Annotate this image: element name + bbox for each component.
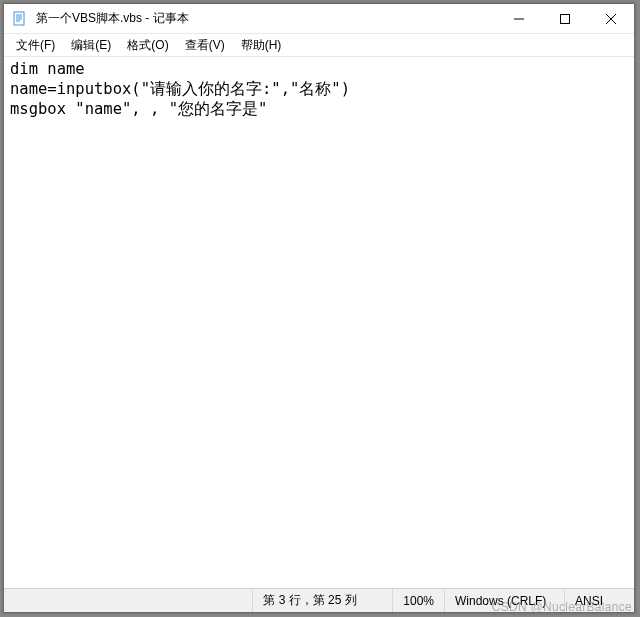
status-line-ending: Windows (CRLF) — [444, 589, 564, 612]
menu-file[interactable]: 文件(F) — [8, 35, 63, 56]
titlebar[interactable]: 第一个VBS脚本.vbs - 记事本 — [4, 4, 634, 34]
status-encoding: ANSI — [564, 589, 634, 612]
close-button[interactable] — [588, 4, 634, 33]
menu-format[interactable]: 格式(O) — [119, 35, 176, 56]
window-title: 第一个VBS脚本.vbs - 记事本 — [34, 10, 496, 27]
svg-rect-6 — [561, 14, 570, 23]
statusbar: 第 3 行，第 25 列 100% Windows (CRLF) ANSI — [4, 588, 634, 612]
app-icon — [12, 11, 28, 27]
menu-help[interactable]: 帮助(H) — [233, 35, 290, 56]
menubar: 文件(F) 编辑(E) 格式(O) 查看(V) 帮助(H) — [4, 34, 634, 56]
window-controls — [496, 4, 634, 33]
maximize-button[interactable] — [542, 4, 588, 33]
menu-edit[interactable]: 编辑(E) — [63, 35, 119, 56]
status-zoom[interactable]: 100% — [392, 589, 444, 612]
notepad-window: 第一个VBS脚本.vbs - 记事本 文件(F) 编辑(E) 格式(O) 查看(… — [3, 3, 635, 613]
minimize-button[interactable] — [496, 4, 542, 33]
status-cursor-position: 第 3 行，第 25 列 — [252, 589, 392, 612]
status-spacer — [4, 589, 252, 612]
menu-view[interactable]: 查看(V) — [177, 35, 233, 56]
text-editor[interactable]: dim name name=inputbox("请输入你的名字:","名称") … — [4, 56, 634, 588]
